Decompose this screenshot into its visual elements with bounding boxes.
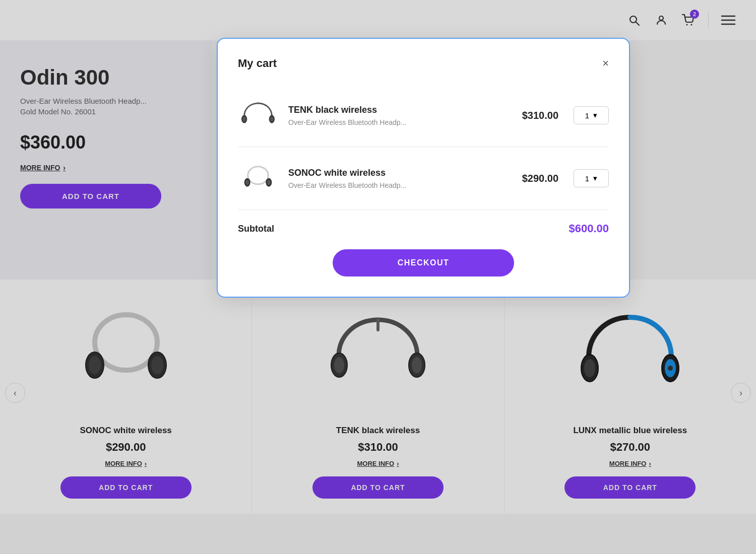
checkout-button[interactable]: CHECKOUT [333,249,514,276]
svg-point-41 [267,179,271,185]
cart-item-price-sonoc: $290.00 [522,173,558,184]
svg-point-34 [270,116,273,121]
cart-item-name-tenk: TENK black wireless [288,105,507,115]
cart-item-details-tenk: TENK black wireless Over-Ear Wireless Bl… [288,105,507,126]
cart-item-sonoc: SONOC white wireless Over-Ear Wireless B… [238,147,609,210]
cart-item-desc-sonoc: Over-Ear Wireless Bluetooth Headp... [288,181,507,189]
svg-point-40 [245,179,249,185]
cart-item-price-tenk: $310.00 [522,110,558,121]
cart-item-qty-sonoc[interactable]: 1 ▾ [574,169,609,187]
cart-modal: My cart × TENK black wireless Over-Ear W… [217,38,630,298]
cart-item-name-sonoc: SONOC white wireless [288,168,507,178]
cart-header: My cart × [238,57,609,70]
svg-point-35 [248,166,269,184]
cart-item-details-sonoc: SONOC white wireless Over-Ear Wireless B… [288,168,507,189]
svg-point-33 [243,116,246,121]
cart-item-qty-tenk[interactable]: 1 ▾ [574,106,609,124]
cart-item-tenk: TENK black wireless Over-Ear Wireless Bl… [238,84,609,147]
cart-item-image-sonoc [238,158,278,198]
cart-title: My cart [238,57,277,70]
cart-item-desc-tenk: Over-Ear Wireless Bluetooth Headp... [288,118,507,126]
subtotal-amount: $600.00 [569,222,609,235]
cart-close-button[interactable]: × [602,58,609,69]
subtotal-label: Subtotal [238,224,274,234]
cart-item-image-tenk [238,95,278,135]
cart-subtotal: Subtotal $600.00 [238,210,609,249]
